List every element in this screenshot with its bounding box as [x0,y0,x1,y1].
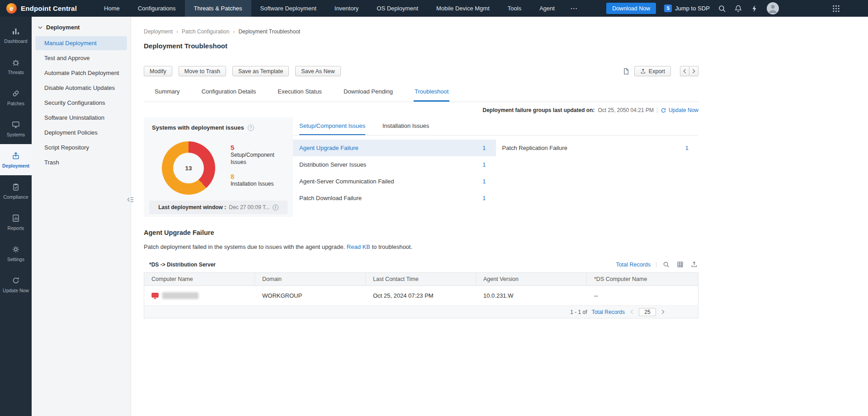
nav-item-inventory[interactable]: Inventory [326,0,368,17]
save-as-template-button[interactable]: Save as Template [232,66,289,76]
failure-detail-description: Patch deployment failed in the systems d… [144,243,698,250]
sidebar-item-software-uninstallation[interactable]: Software Uninstallation [35,111,127,125]
sidebar-item-manual-deployment[interactable]: Manual Deployment [35,36,127,50]
pagination-prev-icon[interactable] [629,309,634,314]
export-button[interactable]: Export [634,66,671,76]
next-config-icon[interactable] [689,66,698,76]
updated-row: Deployment failure groups last updated o… [144,107,698,113]
column-header-last-contact-time[interactable]: Last Contact Time [366,273,476,285]
user-avatar[interactable] [767,2,779,14]
failure-item-agent-upgrade[interactable]: Agent Upgrade Failure 1 [293,140,496,156]
apps-grid-icon[interactable] [832,5,840,12]
export-pdf-icon[interactable] [622,67,631,76]
sidebar-item-trash[interactable]: Trash [35,155,127,169]
read-kb-link[interactable]: Read KB [347,243,370,250]
navbar-right-group: Download Now S Jump to SDP [606,2,779,14]
brand[interactable]: e Endpoint Central [6,3,77,14]
column-header-computer-name[interactable]: Computer Name [144,273,255,285]
update-now-link[interactable]: Update Now [660,107,698,113]
tab-configuration-details[interactable]: Configuration Details [201,85,257,102]
sidebar-item-test-and-approve[interactable]: Test and Approve [35,51,127,65]
help-icon[interactable] [248,125,254,131]
updated-label: Deployment failure groups last updated o… [483,107,595,113]
info-icon[interactable] [273,205,278,210]
rail-item-dashboard[interactable]: Dashboard [0,19,32,51]
breadcrumb-patch-configuration[interactable]: Patch Configuration [182,28,229,35]
notifications-bell-icon[interactable] [734,5,742,13]
failure-list-column-2: Patch Replication Failure 1 [496,140,699,206]
rail-item-reports[interactable]: Reports [0,206,32,238]
nav-item-configurations[interactable]: Configurations [129,0,185,17]
donut-chart[interactable]: 13 [162,141,215,195]
rail-item-compliance[interactable]: Compliance [0,175,32,206]
brand-name: Endpoint Central [21,5,77,12]
sidebar-section-header[interactable]: Deployment [32,24,131,35]
failure-item-patch-download[interactable]: Patch Download Failure 1 [293,190,496,206]
failure-item-patch-replication[interactable]: Patch Replication Failure 1 [496,140,699,156]
main-content: Deployment › Patch Configuration › Deplo… [131,17,868,416]
legend-installation[interactable]: 8 Installation Issues [231,173,281,188]
breadcrumb-current: Deployment Troubleshoot [238,28,300,35]
failure-item-distribution-server[interactable]: Distribution Server Issues 1 [293,156,496,173]
sidebar-item-security-configurations[interactable]: Security Configurations [35,96,127,110]
save-as-new-button[interactable]: Save As New [295,66,340,76]
last-deployment-window: Last deployment window : Dec 27 00:09 T.… [149,201,288,214]
failure-label: Patch Download Failure [299,195,362,201]
search-icon[interactable] [718,5,726,13]
sidebar-item-script-repository[interactable]: Script Repository [35,140,127,154]
legend-value: 5 [231,144,281,151]
collapse-sidebar-icon[interactable] [126,196,134,204]
total-records-link[interactable]: Total Records [616,262,651,268]
legend-setup-component[interactable]: 5 Setup/Component Issues [231,144,281,166]
nav-item-software-deployment[interactable]: Software Deployment [251,0,326,17]
sidebar-item-automate-patch-deployment[interactable]: Automate Patch Deployment [35,66,127,80]
failure-item-agent-server-communication[interactable]: Agent-Server Communication Failed 1 [293,173,496,190]
rail-item-settings[interactable]: Settings [0,238,32,269]
column-chooser-icon[interactable] [676,260,684,269]
failure-detail-title: Agent Upgrade Failure [144,229,698,236]
nav-item-threats-patches[interactable]: Threats & Patches [185,0,251,17]
modify-button[interactable]: Modify [144,66,172,76]
brand-logo-icon: e [6,3,17,14]
rail-item-update-now[interactable]: Update Now [0,269,32,300]
sidebar-item-disable-automatic-updates[interactable]: Disable Automatic Updates [35,81,127,95]
chevron-down-icon [38,26,42,29]
nav-item-os-deployment[interactable]: OS Deployment [368,0,427,17]
rail-item-patches[interactable]: Patches [0,82,32,113]
quick-actions-zap-icon[interactable] [750,5,759,13]
chart-title: Systems with deployment issues [152,124,244,131]
rail-item-threats[interactable]: Threats [0,51,32,82]
table-row[interactable]: WORKGROUP Oct 25, 2024 07:23 PM 10.0.231… [144,286,698,306]
sidebar-item-deployment-policies[interactable]: Deployment Policies [35,126,127,140]
tab-installation-issues[interactable]: Installation Issues [382,122,429,135]
table-export-icon[interactable] [690,260,698,269]
pagination-next-icon[interactable] [660,309,665,314]
breadcrumb-deployment[interactable]: Deployment [144,28,173,35]
failure-label: Patch Replication Failure [502,145,568,151]
tab-execution-status[interactable]: Execution Status [277,85,323,102]
column-header-domain[interactable]: Domain [255,273,366,285]
download-now-button[interactable]: Download Now [606,3,656,14]
tab-download-pending[interactable]: Download Pending [343,85,394,102]
donut-total: 13 [185,165,192,172]
rail-label: Patches [7,101,24,106]
page-size-input[interactable] [639,308,656,316]
nav-item-mobile-device-mgmt[interactable]: Mobile Device Mgmt [427,0,499,17]
tab-summary[interactable]: Summary [154,85,181,102]
tab-troubleshoot[interactable]: Troubleshoot [414,85,449,102]
pagination-total-records-link[interactable]: Total Records [592,309,625,315]
jump-to-sdp[interactable]: S Jump to SDP [664,5,710,12]
breadcrumb-separator: › [176,28,178,35]
column-header-ds-computer-name[interactable]: *DS Computer Name [587,273,698,285]
nav-item-tools[interactable]: Tools [499,0,530,17]
column-header-agent-version[interactable]: Agent Version [476,273,587,285]
previous-config-icon[interactable] [680,66,689,76]
rail-item-systems[interactable]: Systems [0,113,32,144]
nav-item-home[interactable]: Home [95,0,129,17]
tab-setup-component-issues[interactable]: Setup/Component Issues [299,122,365,135]
move-to-trash-button[interactable]: Move to Trash [179,66,226,76]
table-search-icon[interactable] [662,260,670,269]
nav-more-icon[interactable]: ⋯ [564,0,585,17]
nav-item-agent[interactable]: Agent [530,0,564,17]
rail-item-deployment[interactable]: Deployment [0,144,32,175]
